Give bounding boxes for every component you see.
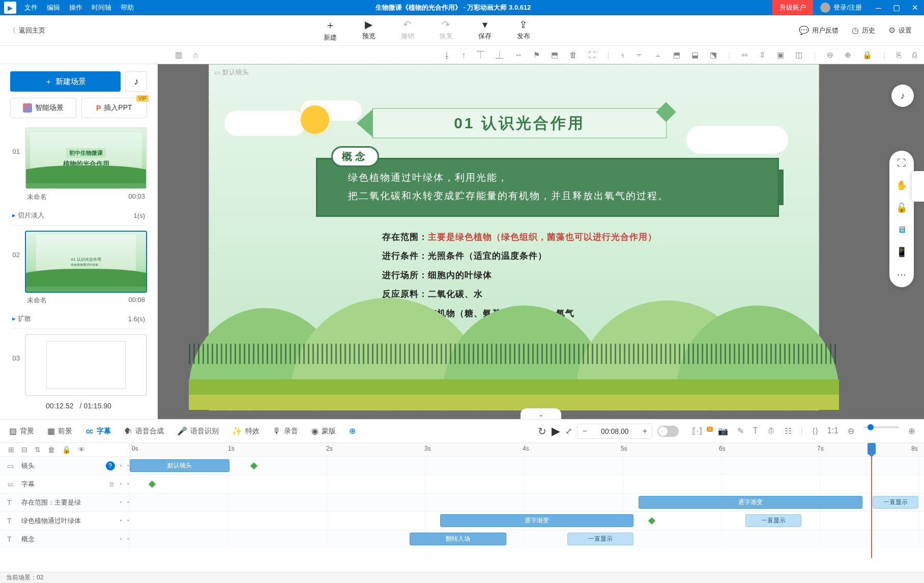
canvas-music-button[interactable]: ♪ <box>891 85 914 107</box>
trash-icon[interactable]: 🗑 <box>569 50 577 59</box>
fullscreen-icon[interactable]: ⛶ <box>897 158 906 169</box>
arrow-up-icon[interactable]: ↑ <box>462 50 466 59</box>
ai-scene-button[interactable]: 智能场景 <box>10 98 76 118</box>
upgrade-button[interactable]: 升级账户 <box>772 0 813 15</box>
preview-button[interactable]: ▶预览 <box>362 18 376 42</box>
scene-transition[interactable]: ▸ 扩散1.6(s) <box>10 312 147 329</box>
new-scene-button[interactable]: ＋新建场景 <box>10 71 121 92</box>
tab-background[interactable]: ▨背景 <box>9 426 34 436</box>
sort-icon[interactable]: ⇅ <box>35 446 41 454</box>
clip-fade-in[interactable]: 逐字渐变 <box>440 514 633 527</box>
snap-toggle[interactable] <box>657 426 679 437</box>
tab-asr[interactable]: 🎤语音识别 <box>177 426 219 436</box>
tab-subtitle[interactable]: ㏄字幕 <box>85 426 111 436</box>
asset-panel-tab[interactable] <box>912 171 924 202</box>
concept-box[interactable]: 概念 绿色植物通过叶绿体，利用光能， 把二氧化碳和水转变成贮存能量的有机物，并且… <box>316 146 779 217</box>
text-icon[interactable]: T <box>753 426 758 436</box>
back-home[interactable]: 〈返回主页 <box>0 26 54 35</box>
dist-v-icon[interactable]: ⇳ <box>759 50 766 60</box>
filter-icon[interactable]: ⫛ <box>767 426 775 436</box>
camera-clip[interactable]: 默认镜头 <box>130 459 229 472</box>
clip-hold[interactable]: 一直显示 <box>567 533 633 545</box>
eye-icon[interactable]: 👁 <box>78 446 85 454</box>
menu-help[interactable]: 帮助 <box>121 3 134 12</box>
zoom-out-icon[interactable]: ⊖ <box>827 50 833 60</box>
dot-icon[interactable]: • <box>120 481 122 488</box>
scene-thumbnail[interactable]: 初中生物微课植物的光合作用 <box>25 127 147 189</box>
download-icon[interactable]: ⭳ <box>443 50 451 59</box>
clip-hold[interactable]: 一直显示 <box>873 496 918 509</box>
desktop-icon[interactable]: 🖥 <box>897 225 906 235</box>
flag-icon[interactable]: ⚑ <box>533 50 540 60</box>
scene-transition[interactable]: ▸ 切片淡入1(s) <box>10 209 147 226</box>
dot-icon[interactable]: • <box>120 462 122 469</box>
layer-icon[interactable]: ☷ <box>785 426 792 436</box>
tab-more[interactable]: ⊕ <box>349 426 356 436</box>
zoom-out-tl-icon[interactable]: ⊖ <box>848 426 854 436</box>
collapse-canvas-button[interactable]: ⌄ <box>521 408 561 419</box>
trash-icon[interactable]: 🗑 <box>109 481 115 488</box>
ratio-icon[interactable]: 1:1 <box>827 426 839 436</box>
save-button[interactable]: ▾保存 <box>478 18 492 42</box>
menu-file[interactable]: 文件 <box>24 3 38 12</box>
undo-button[interactable]: ↶撤销 <box>401 18 414 42</box>
copy-icon[interactable]: ⎘ <box>897 50 901 59</box>
tab-mask[interactable]: ◉蒙版 <box>311 426 336 436</box>
group-icon[interactable]: ▣ <box>777 50 784 60</box>
home-icon[interactable]: ⌂ <box>193 50 198 60</box>
lock-icon[interactable]: 🔒 <box>62 446 71 454</box>
time-plus[interactable]: + <box>638 424 652 438</box>
crop-icon[interactable]: ⛶ <box>588 50 596 59</box>
feedback-button[interactable]: 💬用户反馈 <box>799 25 839 35</box>
align-bottom-icon[interactable]: ⏊ <box>496 50 503 59</box>
align-center-icon[interactable]: ⫟ <box>636 50 643 59</box>
bracket-icon[interactable]: ⟨⟩ <box>812 426 818 436</box>
close-button[interactable]: ✕ <box>906 3 924 12</box>
clip-hold[interactable]: 一直显示 <box>745 514 801 527</box>
concept-text[interactable]: 绿色植物通过叶绿体，利用光能， 把二氧化碳和水转变成贮存能量的有机物，并且释放出… <box>316 158 779 217</box>
settings-button[interactable]: ⚙设置 <box>888 25 912 35</box>
expand-icon[interactable]: ⤢ <box>565 426 572 436</box>
redo-button[interactable]: ↷恢复 <box>440 18 453 42</box>
edit-icon[interactable]: ✎ <box>737 426 744 436</box>
scene-item[interactable]: 03 未命名00:06 <box>10 334 147 400</box>
zoom-in-tl-icon[interactable]: ⊕ <box>908 426 915 436</box>
time-input[interactable]: − + <box>577 424 652 439</box>
keyframe[interactable] <box>250 462 258 470</box>
history-button[interactable]: ◷历史 <box>852 25 875 35</box>
tab-tts[interactable]: 🗣语音合成 <box>124 427 164 436</box>
rewind-icon[interactable]: ↻ <box>538 425 546 437</box>
canvas[interactable]: ▭默认镜头 01 认识光合作用 概念 绿色植物通过叶绿体，利用光能， 把二氧化碳… <box>209 64 819 410</box>
new-button[interactable]: ＋新建 <box>324 18 337 42</box>
dist-h-icon[interactable]: ⇿ <box>741 50 748 60</box>
tab-effects[interactable]: ✨特效 <box>232 426 259 436</box>
publish-button[interactable]: ⇪发布 <box>517 18 530 42</box>
scene-thumbnail[interactable]: 01 认识光合作用绿色植物通过叶绿体... <box>25 231 147 293</box>
zoom-in-icon[interactable]: ⊕ <box>845 50 851 60</box>
add-track-icon[interactable]: ⊞ <box>8 446 14 454</box>
paste-icon[interactable]: ⎙ <box>912 50 917 59</box>
hand-icon[interactable]: ✋ <box>896 180 907 191</box>
canvas-area[interactable]: ▭默认镜头 01 认识光合作用 概念 绿色植物通过叶绿体，利用光能， 把二氧化碳… <box>158 64 924 419</box>
layers-icon[interactable]: ▥ <box>175 50 182 60</box>
scene-music-button[interactable]: ♪ <box>126 71 147 92</box>
distribute-icon[interactable]: ↔ <box>514 50 522 59</box>
ungroup-icon[interactable]: ◫ <box>795 50 802 60</box>
playhead[interactable] <box>868 443 876 454</box>
align-right-icon[interactable]: ⫠ <box>654 50 662 59</box>
clip-fade-in[interactable]: 逐字渐变 <box>639 496 862 509</box>
scene-item[interactable]: 01 初中生物微课植物的光合作用 未命名00:03 <box>10 127 147 205</box>
camera-icon[interactable]: 📷 <box>718 426 728 436</box>
marker-icon[interactable]: ⟦·⟧V <box>692 426 708 436</box>
trash-icon[interactable]: 🗑 <box>48 446 55 454</box>
play-icon[interactable]: ▶ <box>552 425 560 438</box>
help-icon[interactable]: ? <box>106 461 115 470</box>
time-field[interactable] <box>592 427 638 435</box>
dot-icon[interactable]: • <box>120 536 122 543</box>
keyframe[interactable] <box>148 480 157 489</box>
lock-canvas-icon[interactable]: 🔒 <box>862 50 872 60</box>
align-vmid-icon[interactable]: ⬓ <box>691 50 699 60</box>
folder-icon[interactable]: ⊟ <box>21 446 27 454</box>
sun-shape[interactable] <box>301 105 329 134</box>
dot-icon[interactable]: • <box>120 499 122 506</box>
